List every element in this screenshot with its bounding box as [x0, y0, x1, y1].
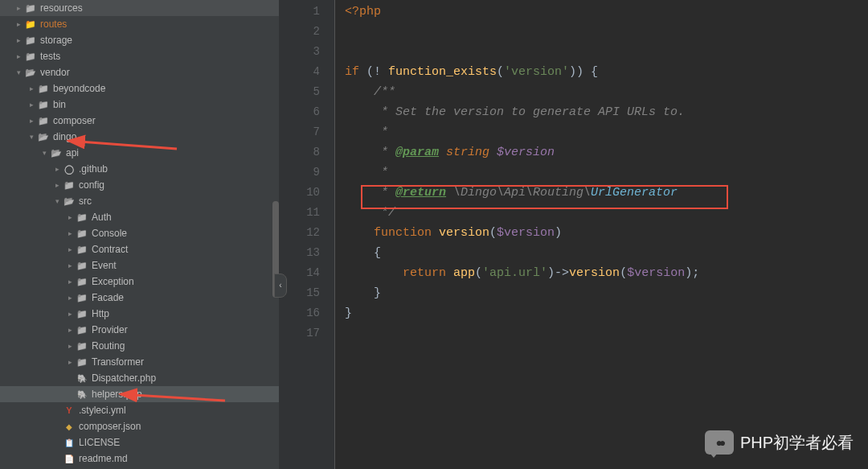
- tree-item-http[interactable]: Http: [0, 306, 279, 322]
- tree-item-label: storage: [40, 35, 72, 46]
- folder-open-icon: [38, 131, 49, 142]
- chevron-right-icon[interactable]: [14, 20, 23, 28]
- tree-item-dingo[interactable]: dingo: [0, 129, 279, 145]
- tree-item-contract[interactable]: Contract: [0, 241, 279, 257]
- tree-item-event[interactable]: Event: [0, 257, 279, 274]
- folder-icon: [25, 2, 36, 14]
- line-number: 16: [279, 303, 320, 323]
- tree-item-beyondcode[interactable]: beyondcode: [0, 80, 279, 97]
- tree-item-config[interactable]: config: [0, 177, 279, 193]
- tree-item-routing[interactable]: Routing: [0, 338, 279, 354]
- tree-item-transformer[interactable]: Transformer: [0, 354, 279, 370]
- code-line[interactable]: {: [345, 243, 868, 263]
- line-number: 10: [279, 183, 320, 203]
- chevron-right-icon[interactable]: [66, 261, 74, 269]
- code-line[interactable]: <?php: [345, 2, 868, 22]
- chevron-down-icon[interactable]: [40, 149, 48, 157]
- php-icon: [76, 389, 88, 400]
- code-line[interactable]: function version($version): [345, 223, 868, 243]
- chevron-down-icon[interactable]: [53, 197, 61, 205]
- folder-open-icon: [51, 147, 62, 158]
- folder-icon: [25, 35, 36, 46]
- tree-item-label: resources: [40, 2, 83, 14]
- file-explorer-sidebar[interactable]: resourcesroutesstoragetestsvendorbeyondc…: [0, 0, 279, 469]
- watermark: PHP初学者必看: [705, 430, 854, 455]
- tree-item-composer-json[interactable]: composer.json: [0, 418, 279, 434]
- tree-item-label: Console: [92, 228, 127, 239]
- code-line[interactable]: * @return \Dingo\Api\Routing\UrlGenerato…: [345, 183, 868, 203]
- tree-item-provider[interactable]: Provider: [0, 322, 279, 338]
- tree-item--github[interactable]: .github: [0, 161, 279, 177]
- chevron-right-icon[interactable]: [53, 181, 61, 189]
- tree-item-api[interactable]: api: [0, 145, 279, 161]
- code-line[interactable]: [345, 323, 868, 344]
- code-line[interactable]: if (! function_exists('version')) {: [345, 62, 868, 82]
- github-icon: [63, 163, 75, 175]
- code-editor[interactable]: 1234567891011121314151617 <?phpif (! fun…: [279, 0, 868, 469]
- line-number: 6: [279, 102, 320, 122]
- tree-item-bin[interactable]: bin: [0, 97, 279, 113]
- yml-icon: [63, 405, 75, 416]
- chevron-right-icon[interactable]: [66, 358, 74, 366]
- tree-item-console[interactable]: Console: [0, 225, 279, 241]
- tree-item-exception[interactable]: Exception: [0, 274, 279, 290]
- code-line[interactable]: }: [345, 283, 868, 303]
- chevron-right-icon[interactable]: [66, 342, 74, 350]
- chevron-right-icon[interactable]: [66, 278, 74, 286]
- tree-item-helpers-php[interactable]: helpers.php: [0, 386, 279, 402]
- watermark-text: PHP初学者必看: [740, 432, 854, 454]
- sidebar-collapse-handle[interactable]: ‹: [274, 274, 287, 298]
- tree-item--styleci-yml[interactable]: .styleci.yml: [0, 402, 279, 418]
- code-line[interactable]: }: [345, 303, 868, 323]
- tree-item-readme-md[interactable]: readme.md: [0, 450, 279, 467]
- tree-item-composer[interactable]: composer: [0, 113, 279, 129]
- tree-item-src[interactable]: src: [0, 193, 279, 209]
- code-line[interactable]: return app('api.url')->version($version)…: [345, 263, 868, 283]
- tree-item-vendor[interactable]: vendor: [0, 64, 279, 80]
- line-number: 17: [279, 323, 320, 344]
- code-line[interactable]: */: [345, 203, 868, 223]
- chevron-right-icon[interactable]: [66, 213, 74, 221]
- chevron-right-icon[interactable]: [27, 84, 35, 93]
- code-line[interactable]: * @param string $version: [345, 142, 868, 163]
- md-icon: [63, 453, 75, 464]
- code-line[interactable]: [345, 42, 868, 62]
- line-number: 8: [279, 142, 320, 163]
- chevron-right-icon[interactable]: [66, 294, 74, 302]
- chevron-none: [66, 374, 74, 382]
- tree-item-storage[interactable]: storage: [0, 32, 279, 48]
- code-line[interactable]: /**: [345, 82, 868, 102]
- chevron-down-icon[interactable]: [14, 68, 23, 76]
- code-line[interactable]: * Set the version to generate API URLs t…: [345, 102, 868, 122]
- tree-item-label: Routing: [92, 340, 125, 352]
- code-content[interactable]: <?phpif (! function_exists('version')) {…: [335, 0, 868, 469]
- code-line[interactable]: *: [345, 163, 868, 183]
- chevron-right-icon[interactable]: [66, 326, 74, 334]
- json-icon: [63, 421, 75, 432]
- chevron-right-icon[interactable]: [14, 4, 23, 12]
- chevron-right-icon[interactable]: [66, 310, 74, 318]
- code-line[interactable]: *: [345, 122, 868, 142]
- tree-item-facade[interactable]: Facade: [0, 290, 279, 306]
- chevron-right-icon[interactable]: [66, 245, 74, 253]
- tree-item-auth[interactable]: Auth: [0, 209, 279, 225]
- chevron-right-icon[interactable]: [14, 52, 23, 60]
- tree-item-resources[interactable]: resources: [0, 0, 279, 16]
- chevron-left-icon: ‹: [278, 282, 283, 290]
- line-number: 9: [279, 163, 320, 183]
- line-number: 3: [279, 42, 320, 62]
- chevron-right-icon[interactable]: [14, 36, 23, 44]
- code-line[interactable]: [345, 22, 868, 42]
- folder-icon: [38, 115, 49, 126]
- tree-item-dispatcher-php[interactable]: Dispatcher.php: [0, 370, 279, 386]
- chevron-right-icon[interactable]: [27, 101, 35, 109]
- chevron-down-icon[interactable]: [27, 133, 35, 141]
- line-number: 1: [279, 2, 320, 22]
- chevron-right-icon[interactable]: [66, 229, 74, 237]
- folder-icon: [76, 308, 88, 319]
- tree-item-license[interactable]: LICENSE: [0, 434, 279, 450]
- chevron-right-icon[interactable]: [27, 117, 35, 125]
- tree-item-tests[interactable]: tests: [0, 48, 279, 64]
- tree-item-routes[interactable]: routes: [0, 16, 279, 32]
- chevron-right-icon[interactable]: [53, 165, 61, 173]
